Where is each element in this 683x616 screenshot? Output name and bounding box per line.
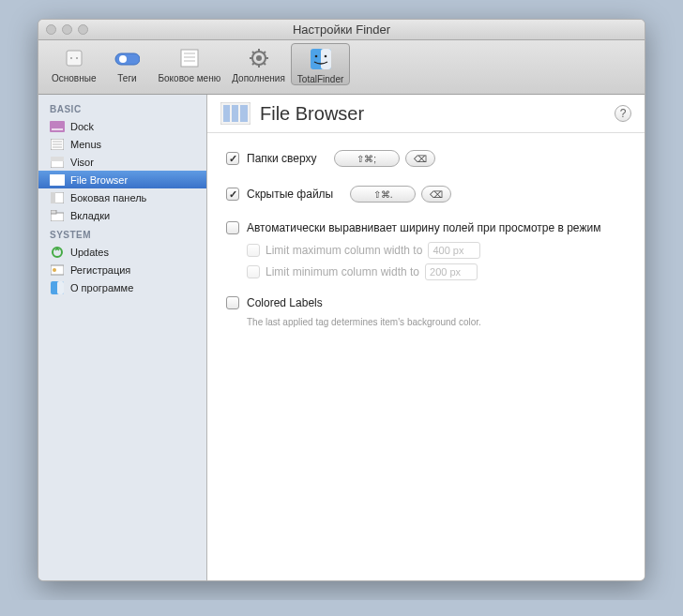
- label-limit-max: Limit maximum column width to: [266, 244, 422, 257]
- page-title: File Browser: [260, 103, 615, 125]
- svg-rect-3: [115, 53, 140, 65]
- svg-point-4: [119, 55, 127, 63]
- svg-rect-47: [240, 105, 248, 122]
- toolbar-general[interactable]: Основные: [46, 45, 101, 83]
- tags-icon: [114, 45, 140, 71]
- row-hidden-files: Скрытые файлы ⇧⌘. ⌫: [226, 186, 626, 203]
- svg-rect-23: [50, 121, 65, 132]
- preferences-window: Настройки Finder Основные Теги Боковое м…: [38, 19, 645, 581]
- help-button[interactable]: ?: [615, 105, 631, 122]
- checkbox-folders-on-top[interactable]: [226, 152, 239, 165]
- label-auto-width: Автоматически выравнивает ширину полей п…: [247, 221, 600, 234]
- window-title: Настройки Finder: [38, 23, 645, 37]
- header-icon: [220, 102, 250, 125]
- sidebar-item-file-browser[interactable]: File Browser: [38, 171, 206, 188]
- sidebar-item-side-panel[interactable]: Боковая панель: [38, 188, 206, 206]
- svg-point-41: [53, 268, 56, 272]
- toolbar-advanced[interactable]: Дополнения: [226, 45, 291, 83]
- svg-rect-34: [59, 176, 63, 184]
- file-browser-icon: [50, 173, 65, 187]
- sidebar-item-menus[interactable]: Menus: [38, 135, 206, 153]
- section-system: SYSTEM: [38, 224, 206, 243]
- sidebar-item-updates[interactable]: Updates: [38, 243, 206, 261]
- titlebar[interactable]: Настройки Finder: [38, 20, 645, 40]
- visor-icon: [50, 156, 65, 169]
- svg-line-18: [264, 52, 266, 53]
- shortcut-folders-on-top[interactable]: ⇧⌘;: [334, 150, 400, 167]
- dock-icon: [50, 120, 65, 133]
- label-hidden-files: Скрытые файлы: [247, 188, 333, 201]
- general-icon: [61, 45, 87, 71]
- sidebar: BASIC Dock Menus Visor File Browser Боко…: [38, 95, 207, 580]
- svg-point-10: [256, 55, 262, 61]
- registration-icon: [50, 263, 65, 277]
- label-folders-on-top: Папки сверху: [247, 152, 317, 165]
- clear-shortcut-2[interactable]: ⌫: [421, 186, 451, 203]
- svg-point-1: [70, 57, 72, 59]
- section-basic: BASIC: [38, 98, 206, 117]
- checkbox-hidden-files[interactable]: [226, 188, 239, 201]
- svg-rect-38: [51, 210, 56, 214]
- shortcut-hidden-files[interactable]: ⇧⌘.: [350, 186, 416, 203]
- svg-line-15: [252, 52, 254, 53]
- sidebar-item-visor[interactable]: Visor: [38, 153, 206, 171]
- checkbox-auto-width[interactable]: [226, 221, 239, 234]
- updates-icon: [50, 246, 65, 259]
- label-limit-min: Limit minimum column width to: [266, 265, 419, 278]
- settings-pane: Папки сверху ⇧⌘; ⌫ Скрытые файлы ⇧⌘. ⌫: [207, 133, 645, 344]
- checkbox-limit-max[interactable]: [247, 244, 260, 257]
- side-panel-icon: [50, 191, 65, 204]
- finder-icon: [308, 46, 334, 72]
- row-limit-max: Limit maximum column width to: [247, 242, 626, 259]
- svg-rect-30: [51, 157, 64, 161]
- svg-rect-33: [55, 176, 58, 184]
- content-header: File Browser ?: [207, 95, 645, 133]
- svg-point-22: [324, 55, 326, 58]
- toolbar-totalfinder[interactable]: TotalFinder: [291, 43, 350, 85]
- sidebar-item-dock[interactable]: Dock: [38, 117, 206, 135]
- svg-rect-0: [67, 51, 82, 66]
- svg-rect-20: [321, 49, 331, 69]
- hint-colored-labels: The last applied tag determines item's b…: [247, 317, 626, 327]
- about-icon: [50, 281, 65, 294]
- svg-rect-36: [51, 192, 55, 203]
- row-auto-width: Автоматически выравнивает ширину полей п…: [226, 221, 626, 234]
- sidebar-item-registration[interactable]: Регистрация: [38, 261, 206, 278]
- toolbar-tags[interactable]: Теги: [101, 45, 152, 83]
- svg-rect-46: [232, 105, 238, 122]
- svg-rect-5: [181, 50, 198, 67]
- svg-line-17: [252, 63, 254, 65]
- svg-rect-45: [223, 105, 230, 122]
- toolbar-sidebar[interactable]: Боковое меню: [152, 45, 226, 83]
- clear-shortcut-1[interactable]: ⌫: [405, 150, 435, 167]
- label-colored-labels: Colored Labels: [247, 296, 323, 309]
- svg-point-2: [76, 57, 78, 59]
- svg-rect-24: [52, 128, 63, 130]
- row-limit-min: Limit minimum column width to: [247, 263, 626, 280]
- sidebar-item-tabs[interactable]: Вкладки: [38, 206, 206, 224]
- sidebar-item-about[interactable]: О программе: [38, 278, 206, 296]
- svg-rect-43: [57, 281, 64, 294]
- gear-icon: [246, 45, 272, 71]
- tabs-icon: [50, 209, 65, 222]
- window-body: BASIC Dock Menus Visor File Browser Боко…: [38, 95, 645, 580]
- menus-icon: [50, 138, 65, 151]
- sidebar-icon: [176, 45, 203, 71]
- svg-point-21: [314, 55, 317, 58]
- toolbar: Основные Теги Боковое меню Дополнения To…: [38, 40, 645, 95]
- checkbox-limit-min[interactable]: [247, 265, 260, 278]
- checkbox-colored-labels[interactable]: [226, 296, 239, 309]
- svg-line-16: [264, 63, 266, 65]
- input-min-width[interactable]: [425, 263, 478, 280]
- row-colored-labels: Colored Labels: [226, 296, 626, 309]
- svg-rect-32: [52, 176, 54, 184]
- content-pane: File Browser ? Папки сверху ⇧⌘; ⌫ Скрыты…: [207, 95, 645, 580]
- input-max-width[interactable]: [428, 242, 480, 259]
- row-folders-on-top: Папки сверху ⇧⌘; ⌫: [226, 150, 626, 167]
